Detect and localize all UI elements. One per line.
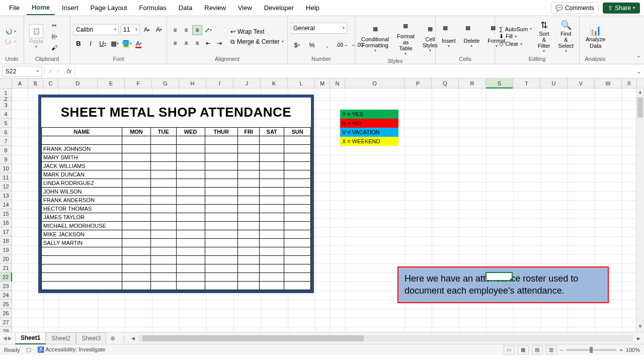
att-cell[interactable]	[284, 162, 311, 170]
att-cell[interactable]	[150, 153, 176, 162]
conditional-formatting-button[interactable]: ▦ Conditional Formatting▾	[358, 21, 392, 54]
row-header-22[interactable]: 22	[0, 273, 12, 282]
format-painter-button[interactable]: 🖌	[49, 43, 59, 52]
col-header-K[interactable]: K	[261, 78, 288, 88]
autosum-button[interactable]: ∑AutoSum▾	[499, 26, 532, 32]
macro-record-icon[interactable]: ▢	[26, 346, 31, 353]
att-cell[interactable]	[122, 196, 151, 205]
menu-formulas[interactable]: Formulas	[134, 1, 172, 15]
col-header-R[interactable]: R	[459, 78, 486, 88]
col-header-G[interactable]: G	[152, 78, 179, 88]
merge-center-button[interactable]: ⧉Merge & Center▾	[230, 38, 284, 45]
att-cell[interactable]	[205, 239, 237, 247]
att-cell[interactable]	[237, 256, 259, 264]
percent-format-button[interactable]: %	[306, 40, 318, 51]
att-cell[interactable]	[284, 170, 311, 179]
col-header-X[interactable]: X	[622, 78, 637, 88]
att-cell[interactable]	[176, 222, 205, 230]
col-header-B[interactable]: B	[28, 78, 43, 88]
menu-page-layout[interactable]: Page Layout	[86, 1, 132, 15]
row-header-21[interactable]: 21	[0, 263, 12, 273]
att-cell[interactable]	[122, 222, 151, 230]
att-name-cell[interactable]: FRANK ANDERSON	[42, 196, 122, 205]
att-cell[interactable]	[205, 213, 237, 222]
fill-color-button[interactable]: 🪣▾	[122, 38, 132, 49]
accessibility-status[interactable]: ♿ Accessibility: Investigate	[37, 346, 106, 353]
fill-button[interactable]: ⬇Fill▾	[499, 33, 532, 40]
menu-data[interactable]: Data	[174, 1, 197, 15]
att-cell[interactable]	[284, 264, 311, 273]
att-cell[interactable]	[150, 179, 176, 188]
insert-cells-button[interactable]: ▦Insert▾	[439, 24, 459, 49]
att-cell[interactable]	[260, 196, 284, 205]
att-cell[interactable]	[260, 145, 284, 153]
col-header-F[interactable]: F	[125, 78, 152, 88]
att-cell[interactable]	[205, 273, 237, 282]
att-cell[interactable]	[150, 222, 176, 230]
att-cell[interactable]	[237, 196, 259, 205]
att-cell[interactable]	[237, 205, 259, 213]
wrap-text-button[interactable]: ↩Wrap Text	[230, 28, 284, 35]
att-cell[interactable]	[205, 256, 237, 264]
formula-input[interactable]	[75, 66, 634, 77]
zoom-slider[interactable]	[566, 349, 616, 351]
align-bottom-button[interactable]: ≡	[192, 25, 202, 35]
hscroll-left-button[interactable]: ◀	[129, 336, 136, 341]
att-cell[interactable]	[205, 205, 237, 213]
col-header-I[interactable]: I	[206, 78, 233, 88]
att-cell[interactable]	[284, 273, 311, 282]
att-cell[interactable]	[122, 179, 151, 188]
att-cell[interactable]	[176, 179, 205, 188]
att-cell[interactable]	[205, 170, 237, 179]
menu-help[interactable]: Help	[301, 1, 325, 15]
att-cell[interactable]	[176, 145, 205, 153]
att-cell[interactable]	[284, 239, 311, 247]
menu-insert[interactable]: Insert	[57, 1, 84, 15]
row-header-11[interactable]: 11	[0, 173, 12, 182]
delete-cells-button[interactable]: ▦Delete▾	[461, 24, 483, 49]
att-cell[interactable]	[237, 162, 259, 170]
row-header-24[interactable]: 24	[0, 291, 12, 300]
collapse-ribbon-button[interactable]: ⌃	[636, 55, 641, 62]
copy-button[interactable]: ⎘▾	[49, 32, 59, 41]
display-settings-button[interactable]: ▭	[504, 345, 515, 354]
col-header-D[interactable]: D	[58, 78, 98, 88]
att-name-cell[interactable]: MIKE JACKSON	[42, 230, 122, 239]
att-cell[interactable]	[260, 230, 284, 239]
att-cell[interactable]	[150, 196, 176, 205]
att-cell[interactable]	[237, 179, 259, 188]
att-cell[interactable]	[122, 264, 151, 273]
att-cell[interactable]	[284, 213, 311, 222]
add-sheet-button[interactable]: ⊕	[106, 335, 119, 342]
att-cell[interactable]	[150, 230, 176, 239]
att-cell[interactable]	[237, 136, 259, 145]
row-header-20[interactable]: 20	[0, 254, 12, 263]
normal-view-button[interactable]: ▦	[518, 345, 529, 354]
format-as-table-button[interactable]: ▦ Format as Table▾	[394, 18, 418, 57]
borders-button[interactable]: ▦▾	[110, 38, 120, 49]
row-header-9[interactable]: 9	[0, 155, 12, 164]
att-cell[interactable]	[176, 264, 205, 273]
att-cell[interactable]	[260, 153, 284, 162]
col-header-W[interactable]: W	[595, 78, 622, 88]
tab-sheet1[interactable]: Sheet1	[15, 332, 46, 344]
row-header-5[interactable]: 5	[0, 119, 12, 128]
att-cell[interactable]	[122, 205, 151, 213]
att-cell[interactable]	[150, 256, 176, 264]
att-cell[interactable]	[260, 205, 284, 213]
att-cell[interactable]	[237, 282, 259, 290]
row-header-15[interactable]: 15	[0, 209, 12, 218]
att-cell[interactable]	[150, 205, 176, 213]
att-cell[interactable]	[284, 282, 311, 290]
att-cell[interactable]	[260, 179, 284, 188]
italic-button[interactable]: I	[86, 38, 96, 49]
att-name-cell[interactable]: MARY SMITH	[42, 153, 122, 162]
scroll-up-button[interactable]: ▲	[636, 89, 644, 98]
att-cell[interactable]	[42, 273, 122, 282]
fill-handle[interactable]	[510, 279, 513, 282]
att-cell[interactable]	[260, 256, 284, 264]
bold-button[interactable]: B	[73, 38, 84, 49]
att-cell[interactable]	[260, 247, 284, 256]
att-cell[interactable]	[150, 188, 176, 196]
att-cell[interactable]	[176, 205, 205, 213]
